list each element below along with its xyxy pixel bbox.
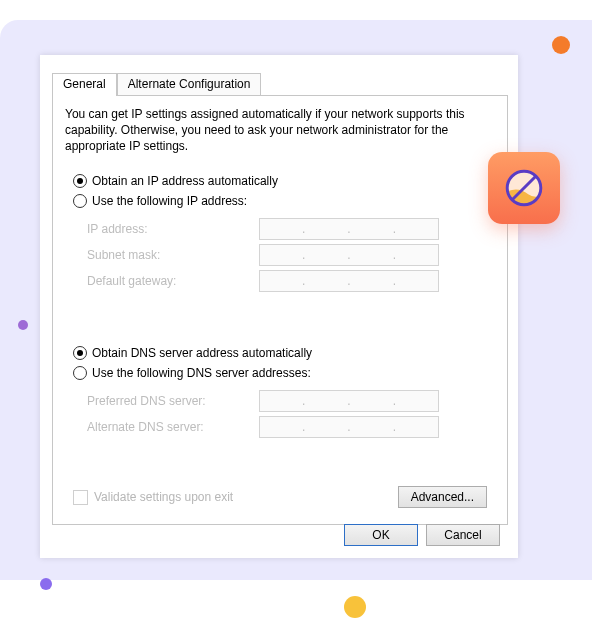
radio-dns-auto-row[interactable]: Obtain DNS server address automatically: [73, 343, 487, 362]
radio-ip-manual-label: Use the following IP address:: [92, 194, 247, 208]
decor-dot-purple-left: [18, 320, 28, 330]
ipv4-properties-dialog: General Alternate Configuration You can …: [40, 55, 518, 558]
tab-strip: General Alternate Configuration: [52, 73, 261, 95]
decor-dot-yellow: [344, 596, 366, 618]
radio-dns-manual[interactable]: [73, 366, 87, 380]
label-alternate-dns: Alternate DNS server:: [87, 420, 259, 434]
checkbox-validate-label: Validate settings upon exit: [94, 490, 233, 504]
radio-dns-auto[interactable]: [73, 346, 87, 360]
radio-dns-auto-label: Obtain DNS server address automatically: [92, 346, 312, 360]
checkbox-validate[interactable]: [73, 490, 88, 505]
label-preferred-dns: Preferred DNS server:: [87, 394, 259, 408]
input-preferred-dns[interactable]: ...: [259, 390, 439, 412]
radio-ip-manual-row[interactable]: Use the following IP address:: [73, 191, 487, 210]
prohibit-icon: [503, 167, 545, 209]
validate-advanced-row: Validate settings upon exit Advanced...: [73, 486, 487, 508]
radio-ip-auto-label: Obtain an IP address automatically: [92, 174, 278, 188]
dns-group: Obtain DNS server address automatically …: [73, 343, 487, 440]
ok-button[interactable]: OK: [344, 524, 418, 546]
input-default-gateway[interactable]: ...: [259, 270, 439, 292]
input-ip-address[interactable]: ...: [259, 218, 439, 240]
dns-fields: Preferred DNS server: ... Alternate DNS …: [87, 388, 487, 440]
label-subnet-mask: Subnet mask:: [87, 248, 259, 262]
canvas: General Alternate Configuration You can …: [0, 0, 592, 642]
radio-dns-manual-label: Use the following DNS server addresses:: [92, 366, 311, 380]
tab-general[interactable]: General: [52, 73, 117, 96]
input-subnet-mask[interactable]: ...: [259, 244, 439, 266]
radio-ip-manual[interactable]: [73, 194, 87, 208]
tab-alternate-config[interactable]: Alternate Configuration: [117, 73, 262, 95]
label-ip-address: IP address:: [87, 222, 259, 236]
input-alternate-dns[interactable]: ...: [259, 416, 439, 438]
intro-text: You can get IP settings assigned automat…: [65, 106, 495, 155]
dialog-buttons: OK Cancel: [344, 524, 500, 546]
ip-address-group: Obtain an IP address automatically Use t…: [73, 171, 487, 294]
advanced-button[interactable]: Advanced...: [398, 486, 487, 508]
decor-dot-orange: [552, 36, 570, 54]
tab-body-general: You can get IP settings assigned automat…: [52, 95, 508, 525]
radio-ip-auto[interactable]: [73, 174, 87, 188]
ip-fields: IP address: ... Subnet mask: ... Default…: [87, 216, 487, 294]
label-default-gateway: Default gateway:: [87, 274, 259, 288]
radio-ip-auto-row[interactable]: Obtain an IP address automatically: [73, 171, 487, 190]
prohibit-badge: [488, 152, 560, 224]
radio-dns-manual-row[interactable]: Use the following DNS server addresses:: [73, 363, 487, 382]
cancel-button[interactable]: Cancel: [426, 524, 500, 546]
decor-dot-purple-bottom: [40, 578, 52, 590]
checkbox-validate-row[interactable]: Validate settings upon exit: [73, 490, 233, 505]
